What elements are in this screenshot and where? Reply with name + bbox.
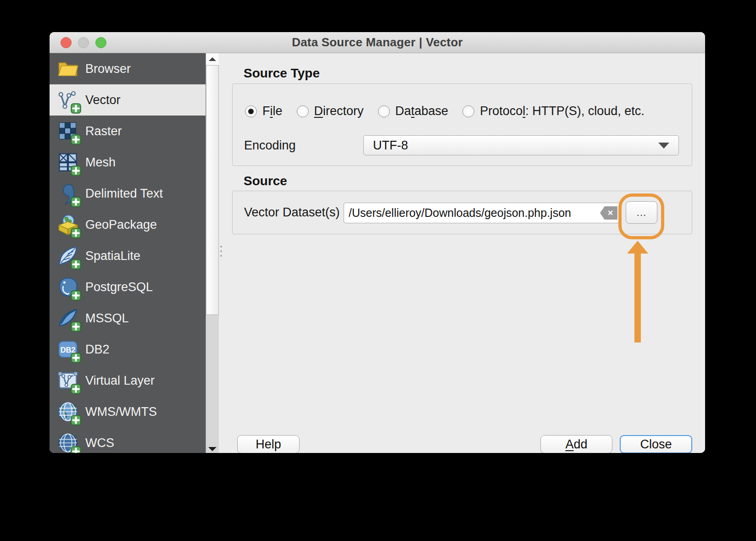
add-plus-badge-icon: [71, 446, 81, 453]
window-titlebar[interactable]: Data Source Manager | Vector: [50, 32, 705, 53]
sidebar-item-label: Mesh: [85, 155, 116, 170]
radio-file-label: File: [262, 104, 283, 118]
sidebar-item-virtual-layer[interactable]: Virtual Layer: [50, 365, 206, 396]
globe-icon: [56, 400, 80, 424]
virtual-layer-icon: [56, 369, 80, 392]
sidebar-item-postgresql[interactable]: PostgreSQL: [50, 271, 206, 303]
add-plus-badge-icon: [71, 353, 81, 363]
minimize-window-button[interactable]: [78, 37, 89, 48]
sidebar-item-label: DB2: [85, 342, 110, 357]
sidebar-item-label: WMS/WMTS: [85, 405, 157, 419]
radio-button-icon[interactable]: [297, 105, 309, 117]
splitter-handle[interactable]: [220, 246, 222, 257]
radio-file[interactable]: File: [245, 104, 283, 118]
sidebar-item-mesh[interactable]: Mesh: [50, 147, 206, 178]
add-plus-badge-icon: [71, 290, 81, 301]
sidebar-item-geopackage[interactable]: GeoPackage: [50, 209, 206, 240]
mesh-icon: [56, 150, 80, 174]
folder-icon: [56, 57, 80, 81]
comma-icon: [56, 182, 80, 205]
scrollbar-thumb[interactable]: [206, 65, 219, 315]
add-plus-badge-icon: [71, 384, 81, 394]
encoding-dropdown[interactable]: UTF-8: [363, 135, 679, 155]
sail-icon: [56, 306, 80, 330]
annotation-arrow-icon: [624, 241, 651, 344]
radio-directory-label: Directory: [314, 104, 364, 118]
sidebar-item-label: Raster: [85, 124, 122, 138]
source-type-sidebar: Browser Vector Raster: [50, 53, 206, 453]
sidebar-item-mssql[interactable]: MSSQL: [50, 303, 206, 334]
help-button[interactable]: Help: [237, 435, 300, 453]
source-group: Vector Dataset(s) × ...: [232, 191, 692, 234]
add-plus-badge-icon: [71, 228, 81, 238]
encoding-label: Encoding: [244, 138, 296, 153]
sidebar-item-db2[interactable]: DB2 DB2: [50, 334, 206, 365]
window-title: Data Source Manager | Vector: [292, 35, 463, 50]
sidebar-item-raster[interactable]: Raster: [50, 116, 206, 147]
sidebar-item-spatialite[interactable]: SpatiaLite: [50, 240, 206, 271]
close-button[interactable]: Close: [620, 435, 692, 453]
source-type-group: File Directory Database Protocol: H: [232, 83, 692, 166]
arrow-up-icon: [209, 57, 216, 61]
vector-dataset-input[interactable]: [344, 203, 622, 223]
raster-icon: [56, 119, 80, 143]
sidebar-item-label: PostgreSQL: [85, 280, 153, 294]
close-window-button[interactable]: [61, 37, 72, 48]
sidebar-item-browser[interactable]: Browser: [50, 53, 206, 84]
vector-datasets-label: Vector Dataset(s): [244, 205, 340, 220]
arrow-down-icon: [208, 447, 217, 451]
sidebar-item-label: Vector: [85, 93, 121, 107]
add-plus-badge-icon: [71, 197, 81, 207]
radio-button-icon[interactable]: [462, 105, 474, 117]
radio-button-icon[interactable]: [245, 105, 257, 117]
db2-icon: DB2: [56, 337, 80, 361]
chevron-down-icon: [658, 143, 669, 149]
sidebar-item-label: Delimited Text: [85, 187, 163, 201]
encoding-value: UTF-8: [373, 138, 408, 153]
add-plus-badge-icon: [71, 166, 81, 176]
zoom-window-button[interactable]: [95, 37, 106, 48]
radio-button-icon[interactable]: [378, 105, 390, 117]
source-type-heading: Source Type: [244, 66, 320, 81]
radio-database[interactable]: Database: [378, 104, 449, 118]
source-type-radio-row: File Directory Database Protocol: H: [245, 104, 645, 118]
vector-source-panel: Source Type File Directory: [219, 53, 705, 453]
radio-protocol-label: Protocol: HTTP(S), cloud, etc.: [480, 104, 645, 118]
sidebar-item-wms-wmts[interactable]: WMS/WMTS: [50, 396, 206, 427]
sidebar-item-wcs[interactable]: WCS: [50, 427, 206, 453]
sidebar-item-label: SpatiaLite: [85, 249, 140, 263]
add-plus-badge-icon: [71, 259, 81, 270]
source-heading: Source: [244, 174, 287, 188]
sidebar-item-label: WCS: [85, 436, 114, 450]
sidebar-item-label: Browser: [85, 62, 131, 76]
elephant-icon: [56, 275, 80, 299]
sidebar-item-label: MSSQL: [85, 311, 129, 326]
dataset-path-field-wrap: ×: [344, 203, 622, 223]
desktop-background: Data Source Manager | Vector Browser Vec…: [0, 0, 756, 541]
sidebar-item-delimited-text[interactable]: Delimited Text: [50, 178, 206, 209]
add-button[interactable]: Add: [540, 435, 612, 453]
globe-icon: [56, 431, 80, 453]
add-plus-badge-icon: [71, 321, 81, 332]
radio-directory[interactable]: Directory: [297, 104, 364, 118]
sidebar-item-label: Virtual Layer: [85, 374, 155, 388]
browse-files-button[interactable]: ...: [626, 201, 657, 224]
data-source-manager-window: Data Source Manager | Vector Browser Vec…: [50, 32, 705, 453]
scroll-up-button[interactable]: [206, 53, 219, 65]
add-plus-badge-icon: [71, 103, 81, 114]
scroll-down-button[interactable]: [206, 447, 219, 451]
geopackage-box-icon: [56, 213, 80, 237]
add-plus-badge-icon: [71, 134, 81, 145]
sidebar-item-label: GeoPackage: [85, 218, 157, 232]
add-plus-badge-icon: [71, 415, 81, 425]
sidebar-scrollbar[interactable]: [206, 53, 219, 453]
sidebar-item-vector[interactable]: Vector: [50, 84, 206, 116]
vector-icon: [56, 88, 80, 112]
traffic-lights: [61, 32, 106, 53]
feather-icon: [56, 244, 80, 268]
radio-protocol[interactable]: Protocol: HTTP(S), cloud, etc.: [462, 104, 645, 118]
radio-database-label: Database: [395, 104, 449, 118]
